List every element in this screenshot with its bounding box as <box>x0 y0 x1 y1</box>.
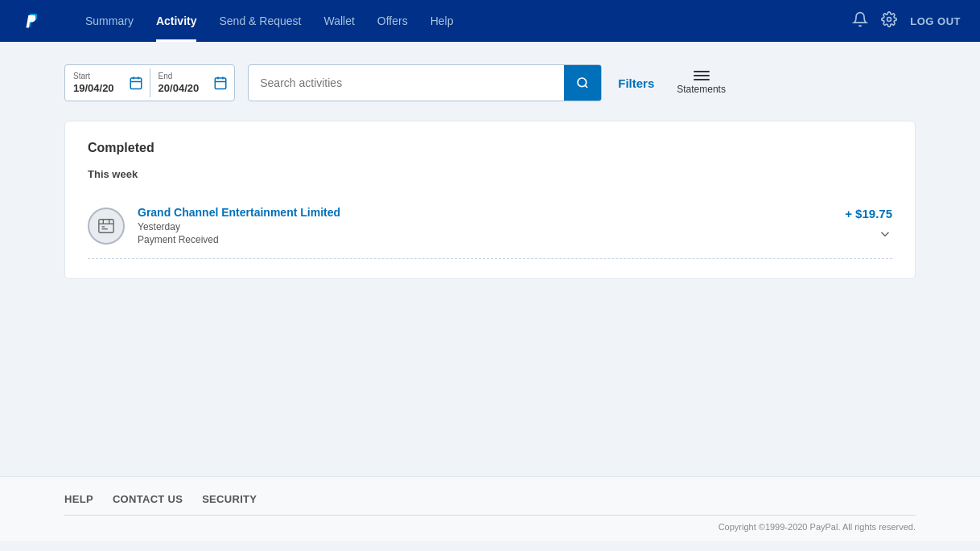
statements-button[interactable]: Statements <box>677 71 726 95</box>
svg-rect-2 <box>130 78 142 89</box>
nav-offers[interactable]: Offers <box>366 0 419 42</box>
paypal-logo <box>19 8 45 34</box>
nav-help[interactable]: Help <box>419 0 465 42</box>
transaction-name[interactable]: Grand Channel Entertainment Limited <box>138 206 832 219</box>
filters-button[interactable]: Filters <box>615 70 657 97</box>
footer-security-link[interactable]: Security <box>202 493 257 505</box>
header: Summary Activity Send & Request Wallet O… <box>0 0 980 42</box>
transaction-divider <box>88 258 892 259</box>
footer: Help Contact Us Security Copyright ©1999… <box>0 476 980 541</box>
transaction-date: Yesterday <box>138 221 832 232</box>
start-date-field: Start 19/04/20 <box>65 65 122 101</box>
search-button[interactable] <box>564 65 601 101</box>
transaction-amount: + $19.75 <box>845 207 892 220</box>
search-box <box>248 64 602 101</box>
transaction-type: Payment Received <box>138 234 832 245</box>
chevron-down-icon[interactable] <box>878 227 892 245</box>
start-label: Start <box>73 72 114 80</box>
table-row: Grand Channel Entertainment Limited Yest… <box>88 193 892 255</box>
footer-contact-link[interactable]: Contact Us <box>113 493 183 505</box>
svg-rect-6 <box>215 78 226 89</box>
start-value: 19/04/20 <box>73 82 114 94</box>
search-area: Start 19/04/20 End 20/04/20 <box>64 64 916 101</box>
bell-icon[interactable] <box>852 11 868 31</box>
main-nav: Summary Activity Send & Request Wallet O… <box>74 0 830 42</box>
end-date-field: End 20/04/20 <box>150 65 208 101</box>
end-label: End <box>159 72 200 80</box>
activity-card: Completed This week Grand Channel Entert… <box>64 121 916 279</box>
nav-send-request[interactable]: Send & Request <box>208 0 312 42</box>
statements-label: Statements <box>677 84 726 95</box>
section-title: Completed <box>88 141 892 155</box>
end-calendar-icon[interactable] <box>207 76 234 90</box>
transaction-icon <box>88 208 125 245</box>
week-label: This week <box>88 168 892 180</box>
date-range: Start 19/04/20 End 20/04/20 <box>64 64 235 101</box>
nav-activity[interactable]: Activity <box>145 0 208 42</box>
footer-links: Help Contact Us Security <box>64 493 916 505</box>
statements-icon <box>694 71 710 80</box>
footer-help-link[interactable]: Help <box>64 493 93 505</box>
nav-wallet[interactable]: Wallet <box>312 0 365 42</box>
logout-button[interactable]: LOG OUT <box>910 15 961 27</box>
footer-copyright: Copyright ©1999-2020 PayPal. All rights … <box>64 522 916 532</box>
svg-rect-12 <box>99 219 113 232</box>
svg-point-10 <box>578 78 587 87</box>
footer-divider <box>64 515 916 516</box>
svg-point-1 <box>887 17 891 21</box>
transaction-right: + $19.75 <box>845 207 892 245</box>
settings-icon[interactable] <box>881 11 897 31</box>
start-calendar-icon[interactable] <box>122 76 150 90</box>
search-input[interactable] <box>249 76 564 89</box>
nav-summary[interactable]: Summary <box>74 0 145 42</box>
main-content: Start 19/04/20 End 20/04/20 <box>0 42 980 476</box>
transaction-details: Grand Channel Entertainment Limited Yest… <box>138 206 832 245</box>
svg-line-11 <box>585 85 587 88</box>
end-value: 20/04/20 <box>159 82 200 94</box>
header-right: LOG OUT <box>852 11 961 31</box>
